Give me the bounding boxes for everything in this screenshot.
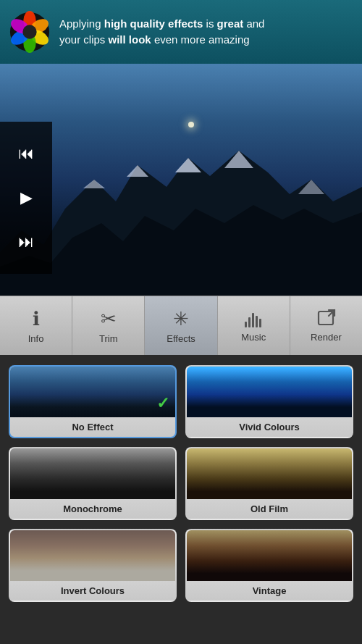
header-text: Applying high quality effects is great a… (59, 16, 264, 48)
effect-old-film[interactable]: Old Film (185, 447, 353, 520)
toolbar-label-render: Render (311, 332, 342, 343)
svg-rect-17 (252, 313, 254, 327)
playback-controls: ⏮ ▶ ⏭ (0, 122, 52, 274)
fast-forward-button[interactable]: ⏭ (18, 233, 34, 251)
effect-thumb-monochrome (10, 448, 175, 499)
toolbar-item-render[interactable]: Render (290, 296, 362, 355)
svg-rect-16 (248, 317, 251, 327)
effect-label-vivid-colours: Vivid Colours (239, 417, 300, 437)
toolbar-label-trim: Trim (99, 333, 118, 344)
svg-point-7 (22, 25, 36, 38)
selected-checkmark: ✓ (156, 394, 169, 413)
svg-rect-19 (259, 319, 261, 327)
toolbar-label-info: Info (28, 333, 44, 344)
play-button[interactable]: ▶ (20, 188, 33, 207)
info-icon: ℹ (33, 308, 40, 330)
mountain-silhouette (0, 136, 362, 296)
effect-thumb-no-effect: ✓ (10, 367, 175, 417)
effect-thumb-invert-colours (10, 530, 175, 581)
music-icon (243, 309, 264, 329)
effect-vintage[interactable]: Vintage (185, 529, 353, 602)
render-icon (316, 309, 336, 329)
svg-rect-18 (256, 316, 258, 327)
effect-thumb-vivid-colours (187, 367, 352, 417)
svg-rect-15 (245, 322, 247, 327)
svg-marker-10 (83, 180, 105, 188)
effects-grid: ✓ No Effect Vivid Colours Monochrome Old… (0, 355, 362, 612)
effect-label-monochrome: Monochrome (63, 499, 122, 519)
toolbar: ℹ Info ✂ Trim ✳ Effects Music Render (0, 296, 362, 355)
effect-label-invert-colours: Invert Colours (61, 581, 125, 601)
header: Applying high quality effects is great a… (0, 0, 362, 64)
video-preview: ⏮ ▶ ⏭ (0, 64, 362, 296)
effect-monochrome[interactable]: Monochrome (9, 447, 177, 520)
effect-thumb-old-film (187, 448, 352, 499)
toolbar-item-music[interactable]: Music (218, 296, 290, 355)
moon (188, 122, 194, 127)
effect-label-vintage: Vintage (253, 581, 287, 601)
effect-thumb-vintage (187, 530, 352, 581)
app-logo (9, 11, 51, 53)
effect-vivid-colours[interactable]: Vivid Colours (185, 365, 353, 438)
effect-invert-colours[interactable]: Invert Colours (9, 529, 177, 602)
effect-label-no-effect: No Effect (72, 417, 113, 437)
svg-marker-12 (175, 158, 201, 172)
trim-icon: ✂ (101, 308, 117, 330)
effects-icon: ✳ (173, 308, 189, 330)
toolbar-label-effects: Effects (167, 333, 195, 344)
toolbar-item-info[interactable]: ℹ Info (0, 296, 72, 355)
toolbar-label-music: Music (241, 332, 266, 343)
rewind-button[interactable]: ⏮ (18, 144, 34, 163)
effect-no-effect[interactable]: ✓ No Effect (9, 365, 177, 438)
effect-label-old-film: Old Film (251, 499, 288, 519)
toolbar-item-trim[interactable]: ✂ Trim (72, 296, 145, 355)
toolbar-item-effects[interactable]: ✳ Effects (145, 296, 217, 355)
